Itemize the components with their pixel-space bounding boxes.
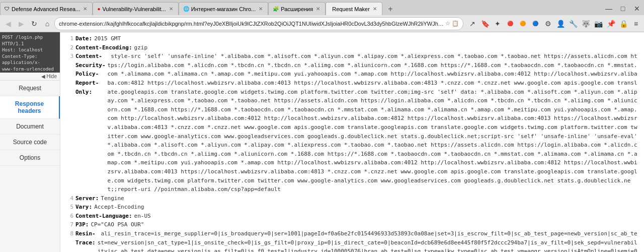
tab-extensions[interactable]: 🧩 Расширения ✕: [268, 2, 326, 15]
tab-bar: 🛡 Defense Advanced Resea... ✕ ● Vulnerab…: [0, 0, 644, 15]
new-tab-button[interactable]: +: [384, 3, 396, 15]
minimize-button[interactable]: —: [602, 2, 616, 15]
line-number-7: 7: [64, 220, 73, 229]
line-number-5: 5: [64, 203, 73, 212]
header-name-1: Date:: [75, 34, 92, 43]
header-value-5: Accept-Encoding: [94, 203, 144, 212]
bookmark-toolbar-icon[interactable]: 🔖: [479, 18, 491, 30]
tab-close-rm[interactable]: ✕: [372, 6, 378, 12]
line-number-6: 6: [64, 212, 73, 221]
header-name-4: Server:: [75, 194, 99, 203]
tab-label-rm: Request Maker: [332, 6, 370, 12]
header-name-5: Vary:: [75, 203, 92, 212]
header-row-2: 2Content-Encoding: gzip: [64, 43, 640, 52]
header-value-6: en-US: [134, 212, 151, 221]
header-row-6: 6Content-Language: en-US: [64, 212, 640, 221]
header-row-8: 8Resin-Trace: ali_resin_trace=is_merge_s…: [64, 229, 640, 252]
address-bar[interactable]: chrome-extension://kajfghlhfkcocafkcjlaj…: [54, 17, 463, 30]
header-value-8: ali_resin_trace=is_merge_supplier=0|is_b…: [98, 229, 640, 252]
tab-favicon-vuln: ●: [97, 6, 100, 12]
sidebar-item-source-code[interactable]: Source code: [0, 135, 60, 150]
tab-shop[interactable]: 🌐 Интернет-магазин Chro... ✕: [179, 2, 268, 15]
header-row-1: 1Date: 2015 GMT: [64, 34, 640, 43]
settings-icon[interactable]: ⚙: [542, 18, 554, 30]
reload-button[interactable]: ↻: [28, 18, 40, 30]
adblock-red-icon[interactable]: 🔴: [504, 18, 516, 30]
code-line-4: www-form-urlencoded: [2, 66, 58, 73]
header-value-7: CP="CAO PSA OUR": [91, 220, 144, 229]
tab-defense[interactable]: 🛡 Defense Advanced Resea... ✕: [0, 2, 93, 15]
pin-icon[interactable]: 📌: [605, 18, 617, 30]
tab-vuln[interactable]: ● Vulnerability-Vulnerabilit... ✕: [93, 2, 178, 15]
wolf-icon[interactable]: 🐺: [580, 18, 592, 30]
header-row-4: 4Server: Tengine: [64, 194, 640, 203]
forward-button[interactable]: ▶: [15, 18, 27, 30]
tab-favicon-shop: 🌐: [183, 6, 189, 12]
tab-request-maker[interactable]: Request Maker ✕: [326, 2, 382, 15]
line-number-8: 8: [64, 229, 73, 252]
header-name-2: Content-Encoding:: [75, 43, 132, 52]
address-bar-row: ◀ ▶ ↻ ⌂ chrome-extension://kajfghlhfkcoc…: [0, 15, 644, 32]
sidebar-nav: Request Response headers Document Source…: [0, 81, 60, 166]
header-name-3: Content-Security-Policy-Report-Only:: [75, 52, 106, 194]
sidebar: POST /login.php HTTP/1.1 Host: localhost…: [0, 32, 60, 252]
star-icon[interactable]: ✦: [492, 18, 504, 30]
header-value-1: 2015 GMT: [94, 34, 121, 43]
line-number-1: 1: [64, 34, 73, 43]
camera-icon[interactable]: 📷: [592, 18, 604, 30]
bookmark-icon[interactable]: ☆: [445, 20, 450, 27]
user-icon[interactable]: 👤: [554, 18, 567, 30]
sidebar-item-document[interactable]: Document: [0, 119, 60, 135]
content-area[interactable]: 1Date: 2015 GMT2Content-Encoding: gzip3C…: [60, 32, 644, 252]
header-value-3: style-src 'self' 'unsafe-inline' *.aliba…: [108, 52, 640, 194]
maximize-button[interactable]: □: [616, 2, 630, 15]
tab-favicon-defense: 🛡: [5, 6, 10, 12]
line-number-2: 2: [64, 43, 73, 52]
tab-label-shop: Интернет-магазин Chro...: [191, 6, 256, 12]
tab-label-defense: Defense Advanced Resea...: [12, 6, 80, 12]
line-number-4: 4: [64, 194, 73, 203]
menu-icon[interactable]: ≡: [630, 18, 642, 30]
header-row-7: 7P3P: CP="CAO PSA OUR": [64, 220, 640, 229]
address-text: chrome-extension://kajfghlhfkcocafkcjlaj…: [59, 21, 445, 27]
header-name-8: Resin-Trace:: [75, 229, 96, 252]
header-value-2: gzip: [134, 43, 148, 52]
tab-close-defense[interactable]: ✕: [82, 6, 88, 12]
home-button[interactable]: ⌂: [41, 18, 53, 30]
close-button[interactable]: ✕: [630, 2, 644, 15]
tab-label-extensions: Расширения: [281, 6, 313, 12]
address-icons: ☆ 📋: [445, 20, 459, 27]
hide-button[interactable]: ◀ Hide: [0, 73, 60, 81]
window-controls: — □ ✕: [602, 2, 644, 15]
code-preview: POST /login.php HTTP/1.1 Host: localhost…: [0, 32, 60, 73]
tab-close-shop[interactable]: ✕: [258, 6, 264, 12]
sidebar-item-request[interactable]: Request: [0, 81, 60, 96]
code-line-3: Content-Type: application/x-: [2, 53, 58, 66]
sidebar-item-options[interactable]: Options: [0, 150, 60, 166]
copy-icon[interactable]: 📋: [452, 20, 459, 27]
header-row-3: 3Content-Security-Policy-Report-Only: st…: [64, 52, 640, 194]
code-line-2: Host: localhost: [2, 47, 58, 53]
back-button[interactable]: ◀: [2, 18, 14, 30]
tool-icon[interactable]: 🔧: [567, 18, 579, 30]
code-line-1: POST /login.php HTTP/1.1: [2, 34, 58, 47]
tab-favicon-extensions: 🧩: [273, 6, 279, 12]
tab-close-vuln[interactable]: ✕: [168, 6, 174, 12]
adblock-orange-icon[interactable]: 🟠: [517, 18, 529, 30]
header-name-7: P3P:: [75, 220, 89, 229]
header-name-6: Content-Language:: [75, 212, 132, 221]
header-value-4: Tengine: [101, 194, 124, 203]
tab-label-vuln: Vulnerability-Vulnerabilit...: [102, 6, 166, 12]
main-area: POST /login.php HTTP/1.1 Host: localhost…: [0, 32, 644, 252]
sidebar-item-response-headers[interactable]: Response headers: [0, 96, 60, 119]
line-number-3: 3: [64, 52, 73, 194]
lock-icon[interactable]: 🔒: [617, 18, 629, 30]
tab-close-extensions[interactable]: ✕: [315, 6, 321, 12]
header-row-5: 5Vary: Accept-Encoding: [64, 203, 640, 212]
ext-blue-icon[interactable]: 🔵: [529, 18, 541, 30]
extensions-icon[interactable]: ↗: [466, 18, 478, 30]
toolbar-icons: ↗ 🔖 ✦ 🔴 🟠 🔵 ⚙ 👤 🔧 🐺 📷 📌 🔒 ≡: [466, 18, 642, 30]
